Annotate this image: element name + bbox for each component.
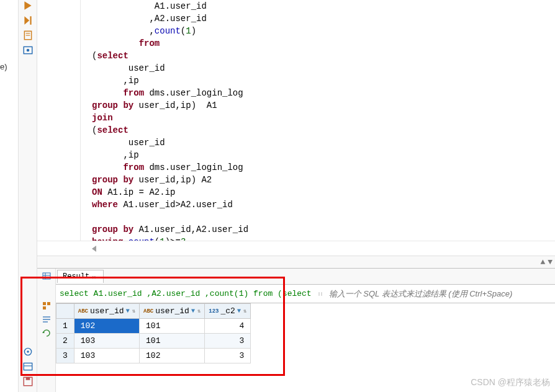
results-tab-bar: Result ✕ <box>56 269 555 285</box>
horizontal-scroll[interactable] <box>37 241 555 256</box>
cell[interactable]: 101 <box>140 319 205 334</box>
filter-row: select A1.user_id ,A2.user_id ,count(1) … <box>56 285 555 303</box>
grid-mode-icon[interactable] <box>42 301 52 311</box>
cell[interactable]: 101 <box>140 334 205 349</box>
filter-input[interactable] <box>325 289 555 298</box>
row-number[interactable]: 3 <box>56 349 74 363</box>
svg-marker-0 <box>24 1 31 10</box>
svg-rect-19 <box>43 306 46 310</box>
column-header-2[interactable]: 123_c2▼⇅ <box>205 304 251 319</box>
refresh-icon[interactable] <box>42 328 52 338</box>
run-step-icon[interactable] <box>22 15 34 26</box>
cell[interactable]: 103 <box>74 349 139 363</box>
script-icon[interactable] <box>22 30 34 41</box>
svg-marker-1 <box>24 16 29 25</box>
scroll-left-icon[interactable] <box>92 246 96 252</box>
table-row[interactable]: 31031023 <box>56 349 251 363</box>
results-toolbar <box>37 269 56 392</box>
cell[interactable]: 102 <box>140 349 205 363</box>
svg-point-7 <box>26 49 29 52</box>
filter-icon[interactable]: ▼ <box>126 308 130 314</box>
explain-icon[interactable] <box>22 45 34 56</box>
result-tab[interactable]: Result ✕ <box>57 270 104 283</box>
row-number[interactable]: 1 <box>56 319 74 334</box>
grid-icon[interactable] <box>42 271 52 281</box>
tool-sidebar <box>19 0 37 392</box>
editor-gutter <box>37 0 81 241</box>
column-header-1[interactable]: ABCuser_id▼⇅ <box>140 304 205 319</box>
watermark-text: CSDN @程序猿老杨 <box>471 377 550 388</box>
settings-icon[interactable] <box>22 346 34 357</box>
save-icon[interactable] <box>22 376 34 387</box>
result-tab-label: Result <box>63 272 89 281</box>
editor[interactable]: A1.user_id ,A2.user_id ,count(1) from (s… <box>37 0 555 241</box>
main-area: A1.user_id ,A2.user_id ,count(1) from (s… <box>37 0 555 392</box>
editor-code[interactable]: A1.user_id ,A2.user_id ,count(1) from (s… <box>37 0 555 241</box>
minimize-panel-icon[interactable]: ▲ ▼ <box>541 257 551 267</box>
cell[interactable]: 4 <box>205 319 251 334</box>
outer-sidebar: e) <box>0 0 19 392</box>
svg-rect-17 <box>43 302 46 305</box>
column-header-0[interactable]: ABCuser_id▼⇅ <box>74 304 139 319</box>
expand-sql-icon[interactable] <box>315 289 325 299</box>
svg-rect-13 <box>25 377 30 380</box>
row-number[interactable]: 2 <box>56 334 74 349</box>
svg-rect-2 <box>30 16 31 25</box>
sql-preview: select A1.user_id ,A2.user_id ,count(1) … <box>56 289 315 298</box>
truncated-text: e) <box>0 62 7 71</box>
svg-point-9 <box>27 350 29 352</box>
filter-icon[interactable]: ▼ <box>191 308 195 314</box>
table-row[interactable]: 21031013 <box>56 334 251 349</box>
close-tab-icon[interactable]: ✕ <box>92 274 98 280</box>
svg-rect-14 <box>43 273 50 279</box>
svg-rect-18 <box>47 302 50 305</box>
cell[interactable]: 3 <box>205 334 251 349</box>
rownum-header[interactable] <box>56 304 74 319</box>
panel-collapse-bar: ▲ ▼ <box>37 256 555 268</box>
filter-icon[interactable]: ▼ <box>237 308 241 314</box>
cell[interactable]: 3 <box>205 349 251 363</box>
run-icon[interactable] <box>22 0 34 11</box>
panel-icon[interactable] <box>22 361 34 372</box>
data-table: ABCuser_id▼⇅ABCuser_id▼⇅123_c2▼⇅11021014… <box>56 303 251 363</box>
results-panel: Result ✕ select A1.user_id ,A2.user_id ,… <box>37 268 555 392</box>
text-mode-icon[interactable] <box>42 314 52 324</box>
svg-rect-10 <box>24 363 32 370</box>
table-row[interactable]: 11021014 <box>56 319 251 334</box>
cell[interactable]: 102 <box>74 319 139 334</box>
cell[interactable]: 103 <box>74 334 139 349</box>
